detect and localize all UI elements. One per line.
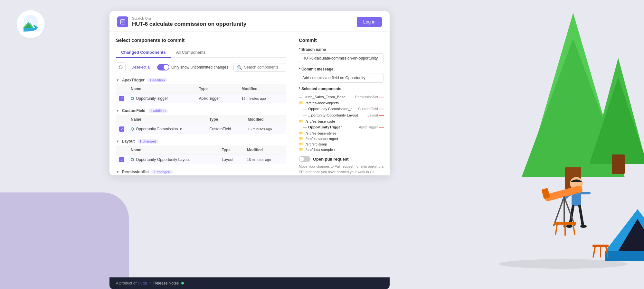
footer-release-notes-link[interactable]: Release Notes <box>153 281 179 285</box>
toggle-knob <box>164 65 169 70</box>
svg-rect-21 <box>541 188 550 199</box>
commit-message-label: * Commit message <box>299 67 384 71</box>
svg-point-36 <box>499 259 628 269</box>
comp-type-opportunity-trigger: ApexTrigger <box>196 94 239 104</box>
col-modified: Modified <box>244 115 286 124</box>
commit-title: Commit <box>299 37 384 43</box>
col-type: Type <box>206 115 244 124</box>
commit-message-input[interactable] <box>299 73 384 83</box>
right-panel: Commit * Branch name * Commit message * … <box>293 32 390 175</box>
table-customfield: Name Type Modified ✓ <box>116 115 286 134</box>
chevron-permissionset[interactable]: ▼ <box>116 170 119 174</box>
search-icon: 🔍 <box>237 65 242 70</box>
table-header-row: Name Type Modified <box>116 115 286 124</box>
tabs: Changed Components All Components <box>116 47 286 58</box>
card-body: Select components to commit Changed Comp… <box>109 32 390 175</box>
table-row: ✓ Opportunity-Opportunity Layout Layout … <box>116 155 286 165</box>
footer-status-dot <box>181 282 184 284</box>
chevron-apextrigger[interactable]: ▼ <box>116 78 119 82</box>
remove-opp-trigger[interactable]: — <box>379 125 384 130</box>
remove-commission-c[interactable]: — <box>379 106 384 111</box>
tab-changed-components[interactable]: Changed Components <box>116 47 171 58</box>
section-header-apextrigger: ▼ ApexTrigger 1 addition <box>116 76 286 84</box>
svg-line-15 <box>580 206 583 225</box>
svg-point-12 <box>570 177 583 190</box>
col-type: Type <box>196 84 239 94</box>
comp-name-opp-layout: Opportunity-Opportunity Layout <box>131 157 215 162</box>
remove-hutte-sales[interactable]: — <box>379 94 384 99</box>
file-icon: — <box>303 107 307 111</box>
tree-item-es-base-code: 📁 ./src/es-base-code <box>299 118 384 124</box>
section-apextrigger: ▼ ApexTrigger 1 addition Name Type Modif… <box>116 76 286 103</box>
selected-components-label: * Selected components <box>299 87 384 91</box>
branch-name-input[interactable] <box>299 53 384 63</box>
tree-item-es-base-styles: 📁 ./src/es-base-styles <box>299 130 384 136</box>
checkbox-commission-c[interactable]: ✓ <box>119 126 124 132</box>
search-input[interactable] <box>244 65 283 70</box>
file-icon: — <box>299 95 302 99</box>
remove-opp-layout[interactable]: — <box>379 113 384 118</box>
scratch-label: Scratch Org <box>132 17 246 20</box>
open-pr-toggle[interactable] <box>299 156 310 162</box>
footer-hutte-link[interactable]: Hutte <box>137 281 147 285</box>
folder-icon: 📁 <box>299 101 303 105</box>
table-header-row: Name Type Modified <box>116 145 286 155</box>
table-header-row: Name Type Modified <box>116 84 286 94</box>
app-logo <box>16 10 45 39</box>
checkbox-opp-layout[interactable]: ✓ <box>119 157 124 162</box>
svg-rect-20 <box>544 185 583 202</box>
svg-marker-31 <box>618 219 644 251</box>
folder-icon: 📁 <box>299 147 303 152</box>
col-modified: Modified <box>244 145 286 155</box>
open-pr-desc: Move your changes to Pull request - or s… <box>299 164 384 175</box>
badge-apextrigger: 1 addition <box>147 78 167 82</box>
table-row: ✓ Opportunity.Commission_c CustomField 1… <box>116 124 286 134</box>
svg-rect-13 <box>572 190 581 206</box>
file-icon: — <box>303 113 307 117</box>
chevron-customfield[interactable]: ▼ <box>116 109 119 113</box>
tree-item-src-temp: 📁 ./src/src-temp <box>299 141 384 147</box>
search-box: 🔍 <box>233 63 286 72</box>
svg-point-17 <box>580 225 587 228</box>
svg-rect-32 <box>592 245 609 247</box>
section-name-permissionset: PermissionSet <box>122 170 149 174</box>
folder-icon: 📁 <box>299 136 303 141</box>
section-name-apextrigger: ApexTrigger <box>122 78 145 82</box>
tab-all-components[interactable]: All Components <box>171 47 211 58</box>
svg-rect-25 <box>554 222 576 225</box>
file-icon: — <box>303 125 307 129</box>
svg-line-28 <box>573 225 575 235</box>
section-permissionset: ▼ PermissionSet 1 changed Name Type Modi… <box>116 168 286 175</box>
comp-modified-opportunity-trigger: 13 minutes ago <box>238 94 286 104</box>
badge-layout: 1 changed <box>137 139 158 144</box>
status-dot <box>131 127 134 131</box>
folder-icon: 📁 <box>299 131 303 135</box>
tree-item-hutte-sales: — Hutte_Sales_Team_Base PermissionSet — <box>299 94 384 100</box>
svg-point-16 <box>566 225 573 228</box>
table-row: ✓ OpportunityTrigger ApexTrigger 13 minu… <box>116 94 286 104</box>
refresh-icon <box>118 65 123 70</box>
tree-item-commission-c: — Opportunity.Commission_c CustomField — <box>299 106 384 112</box>
col-type: Type <box>219 145 244 155</box>
svg-marker-9 <box>592 58 644 154</box>
login-button[interactable]: Log in <box>357 17 382 27</box>
refresh-button[interactable] <box>116 62 126 72</box>
deselect-all-button[interactable]: Deselect all <box>129 64 154 71</box>
scratch-org-icon <box>117 16 128 27</box>
footer-separator: • <box>149 281 151 285</box>
card-header: Scratch Org HUT-6 calculate commission o… <box>109 11 390 32</box>
section-header-customfield: ▼ CustomField 1 addition <box>116 107 286 115</box>
svg-line-26 <box>555 225 557 235</box>
chevron-layout[interactable]: ▼ <box>116 139 119 143</box>
decorative-area <box>419 0 644 289</box>
folder-icon: 📁 <box>299 142 303 146</box>
header-left: Scratch Org HUT-6 calculate commission o… <box>117 16 246 27</box>
uncommitted-toggle[interactable] <box>157 64 169 70</box>
main-card: Scratch Org HUT-6 calculate commission o… <box>109 11 390 175</box>
header-title-group: Scratch Org HUT-6 calculate commission o… <box>132 17 246 27</box>
tree-item-opp-layout: — ...portunity-Opportunity Layout Layout… <box>299 112 384 118</box>
checkbox-opportunity-trigger[interactable]: ✓ <box>119 96 124 101</box>
left-panel: Select components to commit Changed Comp… <box>109 32 293 175</box>
comp-name-opportunity-trigger: OpportunityTrigger <box>131 96 193 101</box>
comp-modified-commission-c: 16 minutes ago <box>244 124 286 134</box>
